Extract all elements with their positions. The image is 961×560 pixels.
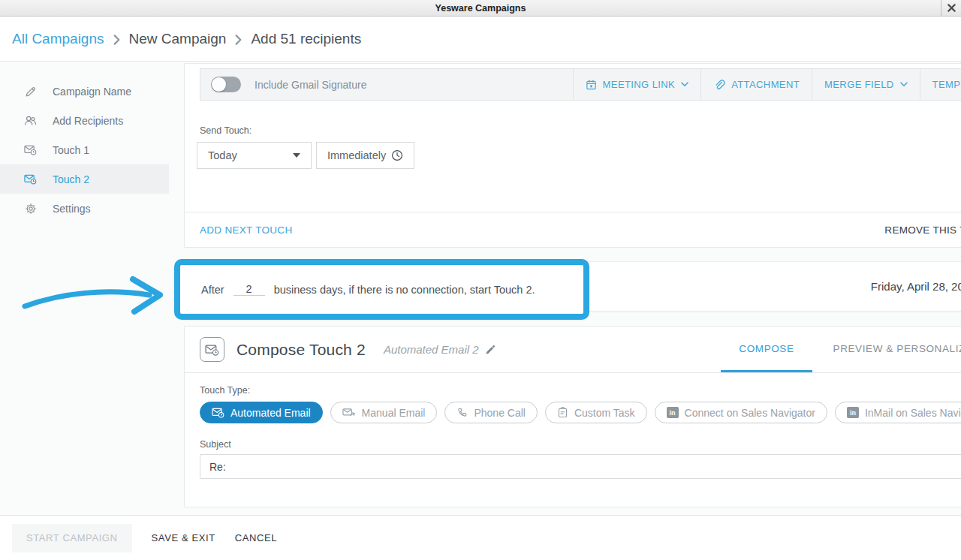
add-next-touch-button[interactable]: ADD NEXT TOUCH: [200, 224, 292, 236]
sidebar-item-campaign-name[interactable]: Campaign Name: [0, 77, 169, 106]
touch-type-label: Touch Type:: [200, 385, 961, 396]
delay-highlight-box: After business days, if there is no conn…: [174, 259, 589, 320]
email-send-icon: [342, 407, 356, 418]
close-icon: [947, 4, 956, 12]
touch-type-label-text: Manual Email: [362, 407, 426, 419]
sidebar-item-settings[interactable]: Settings: [0, 194, 169, 223]
touch-type-label-text: Automated Email: [230, 407, 311, 419]
scheduled-date-text: Friday, April 28, 2023: [871, 280, 961, 293]
send-time-select[interactable]: Immediately: [316, 142, 414, 169]
sidebar-item-add-recipients[interactable]: Add Recipients: [0, 106, 169, 135]
window-titlebar: Yesware Campaigns: [0, 0, 961, 17]
toggle-knob-icon: [212, 77, 226, 92]
subject-label: Subject: [200, 439, 961, 450]
footer-action-bar: START CAMPAIGN SAVE & EXIT CANCEL: [0, 515, 961, 560]
meeting-link-label: MEETING LINK: [603, 79, 676, 90]
touch-delay-section: Friday, April 28, 2023 i After business …: [184, 261, 961, 312]
cancel-button[interactable]: CANCEL: [235, 532, 277, 543]
sidebar-item-label: Settings: [53, 203, 91, 215]
merge-field-button[interactable]: MERGE FIELD: [812, 69, 920, 100]
compose-body: Touch Type: Automated Email Manual Email: [185, 373, 961, 479]
sidebar-item-label: Touch 2: [53, 173, 89, 185]
compose-title-group: Compose Touch 2 Automated Email 2: [200, 327, 496, 372]
tab-compose[interactable]: COMPOSE: [721, 327, 812, 372]
sidebar-item-touch-1[interactable]: Touch 1: [0, 135, 169, 164]
chevron-down-icon: [681, 82, 688, 87]
attachment-icon: [713, 79, 725, 91]
email-clock-icon: [200, 337, 224, 362]
edit-pencil-icon[interactable]: [485, 345, 496, 355]
attachment-button[interactable]: ATTACHMENT: [700, 69, 812, 100]
breadcrumb-add-recipients: Add 51 recipients: [251, 31, 361, 47]
touch-type-label-text: Custom Task: [574, 407, 635, 419]
send-day-select[interactable]: Today: [197, 142, 312, 169]
touch-type-manual-email[interactable]: Manual Email: [330, 402, 438, 423]
save-and-exit-button[interactable]: SAVE & EXIT: [152, 532, 215, 543]
touch-editor-main: Include Gmail Signature MEETING LINK AT: [184, 62, 961, 515]
content-area: Campaign Name Add Recipients Touch 1 Tou…: [0, 62, 961, 515]
breadcrumb-all-campaigns[interactable]: All Campaigns: [12, 31, 104, 47]
pencil-icon: [24, 86, 37, 98]
people-icon: [24, 115, 37, 127]
touch-type-custom-task[interactable]: Custom Task: [545, 402, 647, 423]
gmail-signature-row: Include Gmail Signature: [200, 69, 573, 100]
sidebar-item-touch-2[interactable]: Touch 2: [0, 164, 169, 194]
subject-input[interactable]: [200, 454, 961, 479]
touch-name-group: Automated Email 2: [384, 343, 496, 356]
breadcrumb-new-campaign: New Campaign: [129, 31, 227, 47]
touch-type-inmail-sales-navigator[interactable]: in InMail on Sales Navigator: [835, 402, 961, 423]
merge-field-label: MERGE FIELD: [824, 79, 894, 90]
touch-type-automated-email[interactable]: Automated Email: [200, 402, 323, 423]
delay-days-input[interactable]: [233, 283, 265, 296]
chevron-down-icon: [900, 82, 908, 87]
clock-icon: [391, 149, 403, 161]
tab-preview-label: PREVIEW & PERSONALIZE: [833, 343, 961, 354]
compose-touch-card: Compose Touch 2 Automated Email 2 COMPOS…: [184, 326, 961, 507]
annotation-arrow-icon: [20, 270, 174, 317]
send-day-value: Today: [208, 149, 237, 161]
close-button[interactable]: [941, 0, 961, 16]
compose-header: Compose Touch 2 Automated Email 2 COMPOS…: [185, 327, 961, 373]
phone-icon: [456, 407, 468, 418]
touch-name-text: Automated Email 2: [384, 343, 479, 356]
sidebar-item-label: Campaign Name: [53, 86, 131, 98]
touch-type-options: Automated Email Manual Email Phone Call: [200, 402, 961, 423]
delay-prefix-text: After: [201, 284, 224, 296]
template-label: TEMPLATE: [932, 79, 961, 90]
touch-type-phone-call[interactable]: Phone Call: [444, 402, 538, 423]
editor-toolbar: Include Gmail Signature MEETING LINK AT: [200, 68, 961, 101]
tab-preview-personalize[interactable]: PREVIEW & PERSONALIZE: [815, 327, 961, 372]
touch-actions-row: ADD NEXT TOUCH REMOVE THIS TOUCH: [185, 212, 961, 247]
touch-2-schedule-card: Include Gmail Signature MEETING LINK AT: [184, 63, 961, 248]
gmail-signature-label: Include Gmail Signature: [255, 79, 366, 91]
attachment-label: ATTACHMENT: [731, 79, 800, 90]
touch-type-label-text: Connect on Sales Navigator: [685, 407, 815, 419]
compose-title: Compose Touch 2: [236, 341, 366, 359]
meeting-link-button[interactable]: MEETING LINK: [573, 69, 701, 100]
touch-type-label-text: Phone Call: [474, 407, 526, 419]
remove-this-touch-button[interactable]: REMOVE THIS TOUCH: [884, 224, 961, 236]
touch-type-connect-sales-navigator[interactable]: in Connect on Sales Navigator: [655, 402, 827, 423]
send-time-value: Immediately: [327, 149, 386, 161]
delay-suffix-text: business days, if there is no connection…: [274, 284, 535, 296]
send-touch-label: Send Touch:: [200, 125, 961, 136]
tab-compose-label: COMPOSE: [739, 343, 794, 354]
email-clock-icon: [212, 407, 224, 418]
linkedin-icon: in: [847, 407, 859, 418]
compose-tabs: COMPOSE PREVIEW & PERSONALIZE: [721, 327, 961, 372]
send-touch-controls: Today Immediately: [197, 142, 961, 169]
gmail-signature-toggle[interactable]: [211, 77, 241, 92]
chevron-right-icon: [113, 35, 120, 45]
gear-icon: [24, 203, 37, 215]
sidebar-item-label: Add Recipients: [53, 115, 123, 127]
sidebar-item-label: Touch 1: [53, 144, 89, 156]
linkedin-icon: in: [667, 407, 679, 418]
email-clock-icon: [24, 173, 37, 185]
task-icon: [557, 407, 568, 418]
start-campaign-button[interactable]: START CAMPAIGN: [12, 524, 132, 552]
template-button[interactable]: TEMPLATE: [920, 69, 961, 100]
breadcrumb: All Campaigns New Campaign Add 51 recipi…: [0, 17, 961, 62]
calendar-icon: [586, 79, 597, 91]
window-title: Yesware Campaigns: [435, 3, 526, 14]
email-clock-icon: [24, 144, 37, 155]
